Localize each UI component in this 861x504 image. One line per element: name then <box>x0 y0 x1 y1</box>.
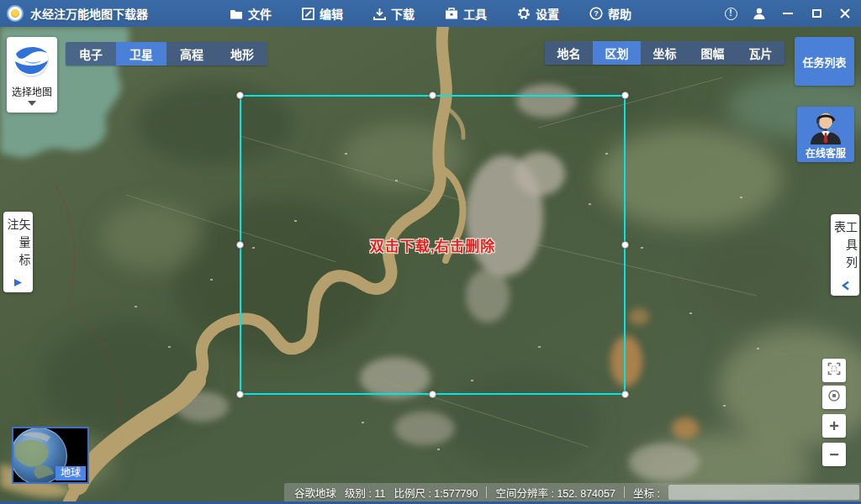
vector-annotation-label: 矢量标注 <box>7 218 30 273</box>
chevron-down-icon <box>28 101 36 106</box>
coordinate-display-box <box>668 485 859 500</box>
selection-handle-e[interactable] <box>621 241 629 249</box>
edit-icon <box>302 8 314 20</box>
maximize-icon[interactable] <box>806 3 827 24</box>
map-type-elevation[interactable]: 高程 <box>166 42 217 66</box>
menu-settings[interactable]: 设置 <box>517 5 559 22</box>
locate-button[interactable] <box>822 386 846 409</box>
menu-download[interactable]: 下载 <box>373 5 415 22</box>
tool-list-label: 工具列表 <box>833 221 857 276</box>
menu-tools[interactable]: 工具 <box>445 5 487 22</box>
overlay-coordinates[interactable]: 坐标 <box>641 41 689 65</box>
title-bar: 水经注万能地图下载器 文件 编辑 下载 <box>0 0 861 27</box>
overlay-districts[interactable]: 区划 <box>593 41 641 65</box>
app-logo-icon <box>7 5 24 22</box>
folder-icon <box>230 8 243 19</box>
svg-text:?: ? <box>594 9 599 18</box>
customer-service-button[interactable]: 在线客服 <box>797 107 854 162</box>
support-agent-avatar <box>807 108 844 145</box>
menu-settings-label: 设置 <box>536 5 559 22</box>
map-type-bar: 电子 卫星 高程 地形 <box>66 42 267 66</box>
select-map-label: 选择地图 <box>12 84 52 98</box>
menu-help[interactable]: ? 帮助 <box>589 5 631 22</box>
menu-download-label: 下载 <box>391 5 415 22</box>
status-map-source: 谷歌地球 <box>294 485 336 501</box>
tool-list-panel[interactable]: 工具列表 <box>831 214 859 296</box>
arrow-left-icon <box>841 276 850 291</box>
menu-file[interactable]: 文件 <box>230 5 272 22</box>
selection-handle-n[interactable] <box>429 92 436 99</box>
status-bar: 谷歌地球 级别 : 11 比例尺 : 1:577790 空间分辨率 : 152.… <box>284 483 861 501</box>
download-selection-rectangle[interactable]: 双击下载,右击删除 <box>240 95 626 395</box>
selection-handle-se[interactable] <box>621 391 629 398</box>
toolbox-icon <box>445 8 458 19</box>
help-icon: ? <box>589 7 603 20</box>
vector-annotation-panel[interactable]: 矢量标注 <box>3 212 33 292</box>
fullscreen-button[interactable] <box>822 359 846 382</box>
google-earth-icon <box>13 40 51 82</box>
selection-handle-nw[interactable] <box>236 92 244 99</box>
menu-edit-label: 编辑 <box>320 5 343 22</box>
user-icon[interactable] <box>748 3 770 24</box>
overlay-bar: 地名 区划 坐标 图幅 瓦片 <box>545 41 784 65</box>
menu-edit[interactable]: 编辑 <box>302 5 343 22</box>
minimap[interactable]: 地球 <box>12 427 89 484</box>
overlay-placenames[interactable]: 地名 <box>545 41 593 65</box>
selection-handle-s[interactable] <box>429 391 436 398</box>
map-type-terrain[interactable]: 地形 <box>217 42 267 66</box>
fullscreen-icon <box>827 362 841 379</box>
zoom-out-button[interactable]: − <box>822 443 846 466</box>
selection-handle-ne[interactable] <box>621 92 629 99</box>
selection-hint-text: 双击下载,右击删除 <box>370 234 496 255</box>
zoom-in-button[interactable]: + <box>822 414 846 438</box>
menu-file-label: 文件 <box>248 5 272 22</box>
download-icon <box>373 8 386 20</box>
status-resolution: 空间分辨率 : 152. 874057 <box>495 485 615 501</box>
gear-icon <box>517 7 531 20</box>
select-map-button[interactable]: 选择地图 <box>7 37 57 113</box>
status-zoom-level: 级别 : 11 <box>345 485 385 501</box>
status-separator <box>486 486 487 498</box>
app-window: 双击下载,右击删除 水经注万能地图下载器 文件 编辑 <box>0 0 861 504</box>
selection-handle-w[interactable] <box>236 241 244 249</box>
minimap-earth-label: 地球 <box>55 466 86 480</box>
menu-tools-label: 工具 <box>463 5 487 22</box>
menu-bar: 文件 编辑 下载 <box>230 5 631 22</box>
status-coordinate-label: 坐标 : <box>633 485 660 501</box>
minimize-icon[interactable] <box>777 3 799 24</box>
menu-help-label: 帮助 <box>608 5 631 22</box>
arrow-right-icon <box>13 273 23 287</box>
map-type-electronic[interactable]: 电子 <box>66 42 116 66</box>
status-separator <box>624 486 625 498</box>
locate-icon <box>827 389 841 406</box>
overlay-mapsheets[interactable]: 图幅 <box>689 41 737 65</box>
map-type-satellite[interactable]: 卫星 <box>116 42 166 66</box>
status-scale: 比例尺 : 1:577790 <box>394 485 478 501</box>
customer-service-label: 在线客服 <box>806 145 846 162</box>
close-icon[interactable] <box>834 3 856 24</box>
info-icon[interactable]: ! <box>720 3 742 24</box>
window-controls: ! <box>720 3 856 24</box>
app-title: 水经注万能地图下载器 <box>30 5 148 22</box>
selection-handle-sw[interactable] <box>236 391 244 398</box>
task-list-button[interactable]: 任务列表 <box>795 37 854 86</box>
overlay-tiles[interactable]: 瓦片 <box>737 41 784 65</box>
